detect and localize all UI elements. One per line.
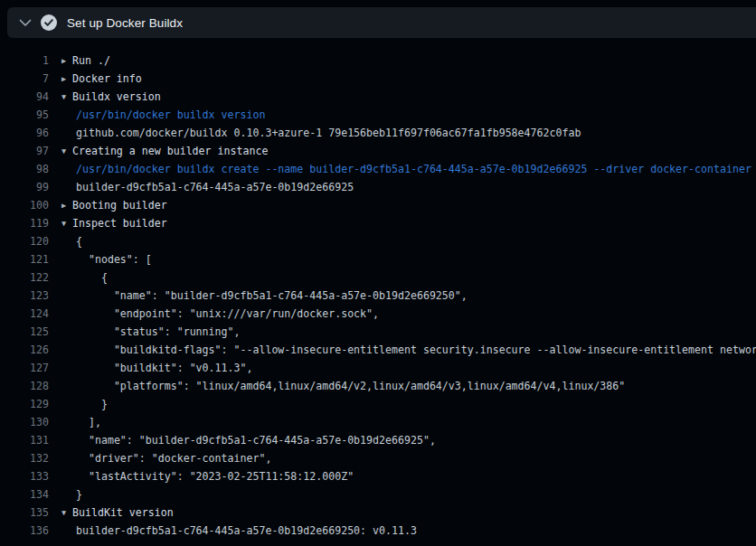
log-row: 99builder-d9cfb5a1-c764-445a-a57e-0b19d2… (0, 178, 756, 196)
log-line-number[interactable]: 126 (0, 341, 49, 359)
log-group-header[interactable]: ▶Booting builder (61, 196, 167, 214)
log-row: 125 "status": "running", (0, 323, 756, 341)
log-line-number[interactable]: 98 (0, 160, 49, 178)
log-row: 128 "platforms": "linux/amd64,linux/amd6… (0, 377, 756, 395)
log-row: 133 "lastActivity": "2023-02-25T11:58:12… (0, 467, 756, 485)
log-row: 119▼Inspect builder (0, 214, 756, 232)
log-line-number[interactable]: 100 (0, 196, 49, 214)
log-group-title: Booting builder (72, 199, 167, 212)
log-output-text: github.com/docker/buildx 0.10.3+azure-1 … (61, 124, 581, 142)
log-line-number[interactable]: 128 (0, 377, 49, 395)
log-line-number[interactable]: 133 (0, 467, 49, 485)
log-row: 126 "buildkitd-flags": "--allow-insecure… (0, 341, 756, 359)
log-output-text: { (61, 268, 108, 287)
log-row: 127 "buildkit": "v0.11.3", (0, 359, 756, 377)
log-line-number[interactable]: 134 (0, 485, 49, 504)
log-line-number[interactable]: 1 (0, 52, 49, 70)
log-output-text: "buildkit": "v0.11.3", (61, 359, 252, 377)
log-line-number[interactable]: 119 (0, 214, 49, 232)
log-row: 124 "endpoint": "unix:///var/run/docker.… (0, 305, 756, 323)
log-output-text: builder-d9cfb5a1-c764-445a-a57e-0b19d2e6… (61, 178, 354, 196)
log-command-text: /usr/bin/docker buildx create --name bui… (61, 160, 751, 178)
log-output-text: "endpoint": "unix:///var/run/docker.sock… (61, 305, 379, 323)
triangle-right-icon: ▶ (61, 196, 72, 214)
log-group-title: Creating a new builder instance (72, 145, 268, 157)
log-line-number[interactable]: 122 (0, 268, 49, 287)
log-row: 121 "nodes": [ (0, 250, 756, 268)
success-check-icon (41, 14, 57, 31)
log-line-number[interactable]: 99 (0, 178, 49, 196)
log-output-text: "status": "running", (61, 323, 240, 341)
log-row: 122 { (0, 268, 756, 287)
log-output-text: "lastActivity": "2023-02-25T11:58:12.000… (61, 467, 354, 485)
log-lines: 1▶Run ./7▶Docker info94▼Buildx version95… (0, 52, 756, 540)
log-row: 94▼Buildx version (0, 88, 756, 106)
log-row: 131 "name": "builder-d9cfb5a1-c764-445a-… (0, 431, 756, 449)
log-group-title: Inspect builder (72, 217, 167, 230)
log-line-number[interactable]: 136 (0, 522, 49, 540)
log-output-text: "name": "builder-d9cfb5a1-c764-445a-a57e… (61, 287, 468, 305)
log-line-number[interactable]: 130 (0, 413, 49, 431)
chevron-down-icon[interactable] (19, 16, 32, 29)
triangle-down-icon: ▼ (61, 142, 72, 160)
log-line-number[interactable]: 121 (0, 250, 49, 268)
log-output-text: ], (61, 413, 101, 431)
log-line-number[interactable]: 97 (0, 142, 49, 160)
log-output-text: "buildkitd-flags": "--allow-insecure-ent… (61, 341, 756, 359)
log-row: 136builder-d9cfb5a1-c764-445a-a57e-0b19d… (0, 522, 756, 540)
log-output-text: "platforms": "linux/amd64,linux/amd64/v2… (61, 377, 625, 395)
log-row: 134} (0, 485, 756, 504)
log-line-number[interactable]: 125 (0, 323, 49, 341)
log-row: 7▶Docker info (0, 70, 756, 88)
log-row: 129 } (0, 395, 756, 413)
triangle-right-icon: ▶ (61, 70, 72, 88)
log-line-number[interactable]: 129 (0, 395, 49, 413)
log-group-header[interactable]: ▼Buildx version (61, 88, 161, 106)
log-line-number[interactable]: 132 (0, 449, 49, 467)
log-group-header[interactable]: ▼Creating a new builder instance (61, 142, 268, 160)
log-row: 123 "name": "builder-d9cfb5a1-c764-445a-… (0, 287, 756, 305)
log-line-number[interactable]: 120 (0, 232, 49, 250)
log-container: 1▶Run ./7▶Docker info94▼Buildx version95… (0, 38, 756, 540)
log-group-header[interactable]: ▶Run ./ (61, 52, 110, 70)
log-output-text: } (61, 395, 108, 413)
step-header[interactable]: Set up Docker Buildx (7, 7, 756, 38)
log-line-number[interactable]: 94 (0, 88, 49, 106)
triangle-right-icon: ▶ (61, 52, 72, 70)
log-output-text: { (61, 232, 82, 250)
log-output-text: } (61, 485, 82, 504)
log-line-number[interactable]: 95 (0, 106, 49, 124)
log-row: 98/usr/bin/docker buildx create --name b… (0, 160, 756, 178)
log-row: 1▶Run ./ (0, 52, 756, 70)
log-row: 95/usr/bin/docker buildx version (0, 106, 756, 124)
log-row: 132 "driver": "docker-container", (0, 449, 756, 467)
log-line-number[interactable]: 96 (0, 124, 49, 142)
log-line-number[interactable]: 135 (0, 504, 49, 522)
step-title: Set up Docker Buildx (67, 16, 183, 30)
log-group-header[interactable]: ▼BuildKit version (61, 504, 174, 522)
triangle-down-icon: ▼ (61, 504, 72, 522)
log-group-title: Run ./ (72, 54, 110, 67)
log-group-title: Buildx version (72, 90, 161, 103)
log-output-text: "driver": "docker-container", (61, 449, 271, 467)
log-line-number[interactable]: 7 (0, 70, 49, 88)
log-row: 96github.com/docker/buildx 0.10.3+azure-… (0, 124, 756, 142)
log-row: 100▶Booting builder (0, 196, 756, 214)
log-row: 97▼Creating a new builder instance (0, 142, 756, 160)
log-row: 130 ], (0, 413, 756, 431)
log-line-number[interactable]: 123 (0, 287, 49, 305)
log-line-number[interactable]: 127 (0, 359, 49, 377)
log-line-number[interactable]: 131 (0, 431, 49, 449)
log-row: 120{ (0, 232, 756, 250)
triangle-down-icon: ▼ (61, 88, 72, 106)
log-group-header[interactable]: ▶Docker info (61, 70, 142, 88)
log-output-text: builder-d9cfb5a1-c764-445a-a57e-0b19d2e6… (61, 522, 417, 540)
log-group-header[interactable]: ▼Inspect builder (61, 214, 167, 232)
log-output-text: "nodes": [ (61, 250, 152, 268)
log-group-title: Docker info (72, 72, 142, 85)
log-output-text: "name": "builder-d9cfb5a1-c764-445a-a57e… (61, 431, 436, 449)
log-row: 135▼BuildKit version (0, 504, 756, 522)
triangle-down-icon: ▼ (61, 214, 72, 232)
log-command-text: /usr/bin/docker buildx version (61, 106, 265, 124)
log-line-number[interactable]: 124 (0, 305, 49, 323)
